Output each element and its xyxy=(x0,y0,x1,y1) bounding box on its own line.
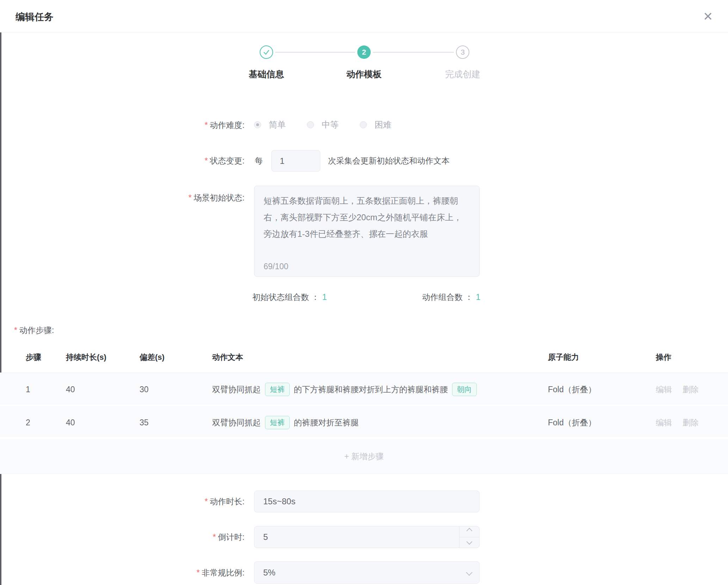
state-change-suffix: 次采集会更新初始状态和动作文本 xyxy=(328,155,450,166)
chevron-up-icon xyxy=(467,528,473,534)
action-text-segment: 双臂协同抓起 xyxy=(212,384,261,395)
add-step-button[interactable]: + 新增步骤 xyxy=(0,439,728,474)
init-state-combo-count: 初始状态组合数 ：1 xyxy=(252,292,327,303)
step-3-indicator: 3 xyxy=(456,45,469,59)
step-3-number: 3 xyxy=(461,48,465,56)
step-1-label: 基础信息 xyxy=(228,68,305,80)
dialog-title: 编辑任务 xyxy=(16,11,54,23)
check-icon xyxy=(263,49,270,56)
difficulty-label: *动作难度: xyxy=(134,120,245,130)
col-header-operation: 操作 xyxy=(656,352,671,363)
delete-link[interactable]: 删除 xyxy=(683,384,699,395)
cell-action-text: 双臂协同抓起 短裤 的裤腰对折至裤腿 xyxy=(212,406,359,439)
edit-task-dialog: 编辑任务 × 2 3 基础信息 动作模板 完成创建 *动作难度: 简单 中等 困… xyxy=(0,0,728,585)
cell-deviation: 30 xyxy=(140,373,149,406)
number-spinner xyxy=(459,526,479,548)
state-change-prefix: 每 xyxy=(255,155,263,166)
object-tag: 短裤 xyxy=(265,383,290,396)
object-tag: 短裤 xyxy=(265,416,290,429)
col-header-deviation: 偏差(s) xyxy=(140,352,165,363)
action-text-segment: 的下方裤腿和裤腰对折到上方的裤腿和裤腰 xyxy=(294,384,448,395)
step-2-label: 动作模板 xyxy=(325,68,403,80)
radio-icon-easy[interactable] xyxy=(254,121,261,128)
step-1-indicator xyxy=(260,45,273,59)
dialog-header: 编辑任务 × xyxy=(0,0,728,32)
radio-icon-hard[interactable] xyxy=(360,121,367,128)
scene-init-text: 短裤五条数据背面朝上，五条数据正面朝上，裤腰朝右，离头部视野下方至少20cm之外… xyxy=(264,192,464,242)
cell-duration: 40 xyxy=(66,406,75,439)
init-combo-label: 初始状态组合数 ： xyxy=(252,292,319,302)
cell-operations: 编辑 删除 xyxy=(656,406,699,439)
radio-label-hard: 困难 xyxy=(375,119,391,130)
cell-action-text: 双臂协同抓起 短裤 的下方裤腿和裤腰对折到上方的裤腿和裤腰 朝向 xyxy=(212,373,477,406)
action-combo-count: 动作组合数 ：1 xyxy=(422,292,480,303)
action-steps-label: *动作步骤: xyxy=(14,325,54,336)
close-icon[interactable]: × xyxy=(703,6,712,26)
radio-label-medium: 中等 xyxy=(322,119,339,130)
required-mark: * xyxy=(14,326,17,335)
steps-table: 1 40 30 双臂协同抓起 短裤 的下方裤腿和裤腰对折到上方的裤腿和裤腰 朝向… xyxy=(0,372,728,474)
step-2-number: 2 xyxy=(362,48,366,56)
required-mark: * xyxy=(205,156,208,165)
unusual-ratio-label: *非常规比例: xyxy=(134,567,245,578)
cell-step: 2 xyxy=(26,406,30,439)
step-3-label: 完成创建 xyxy=(424,68,501,80)
table-row: 1 40 30 双臂协同抓起 短裤 的下方裤腿和裤腰对折到上方的裤腿和裤腰 朝向… xyxy=(0,373,728,406)
countdown-value: 5 xyxy=(263,532,268,542)
radio-option-easy[interactable]: 简单 xyxy=(254,119,286,130)
cell-deviation: 35 xyxy=(140,406,149,439)
required-mark: * xyxy=(189,193,192,202)
col-header-ability: 原子能力 xyxy=(548,352,579,363)
cell-operations: 编辑 删除 xyxy=(656,373,699,406)
char-counter: 69/100 xyxy=(264,262,288,271)
delete-link[interactable]: 删除 xyxy=(683,417,699,428)
required-mark: * xyxy=(205,497,208,506)
step-connector-2 xyxy=(373,52,454,53)
cell-ability: Fold（折叠） xyxy=(548,373,596,406)
required-mark: * xyxy=(213,532,216,542)
radio-label-easy: 简单 xyxy=(269,119,286,130)
select-chevron-down-icon xyxy=(466,569,472,575)
countdown-label: *倒计时: xyxy=(134,532,245,542)
state-change-input[interactable]: 1 xyxy=(271,150,320,172)
state-change-label: *状态变更: xyxy=(134,155,245,166)
radio-option-medium[interactable]: 中等 xyxy=(307,119,339,130)
init-combo-value: 1 xyxy=(322,292,327,302)
action-text-segment: 双臂协同抓起 xyxy=(212,417,261,428)
edit-link[interactable]: 编辑 xyxy=(656,417,672,428)
chevron-down-icon xyxy=(467,538,473,544)
required-mark: * xyxy=(197,568,200,577)
spinner-up-button[interactable] xyxy=(459,526,479,537)
action-duration-input[interactable]: 15s~80s xyxy=(254,491,480,512)
radio-option-hard[interactable]: 困难 xyxy=(360,119,391,130)
col-header-action-text: 动作文本 xyxy=(212,352,243,363)
step-connector-1 xyxy=(275,52,355,53)
cell-duration: 40 xyxy=(66,373,75,406)
edit-link[interactable]: 编辑 xyxy=(656,384,672,395)
screen-left-edge xyxy=(0,3,1,585)
col-header-step: 步骤 xyxy=(26,352,41,363)
action-duration-label: *动作时长: xyxy=(134,496,245,507)
unusual-ratio-value: 5% xyxy=(263,568,276,577)
unusual-ratio-select[interactable]: 5% xyxy=(254,561,480,584)
scene-init-textarea[interactable]: 短裤五条数据背面朝上，五条数据正面朝上，裤腰朝右，离头部视野下方至少20cm之外… xyxy=(254,186,480,277)
orientation-tag: 朝向 xyxy=(452,383,477,396)
cell-ability: Fold（折叠） xyxy=(548,406,596,439)
scene-init-label: *场景初始状态: xyxy=(134,192,245,203)
cell-step: 1 xyxy=(26,373,30,406)
action-combo-label: 动作组合数 ： xyxy=(422,292,473,302)
spinner-down-button[interactable] xyxy=(459,537,479,548)
action-combo-value: 1 xyxy=(476,292,480,302)
countdown-input[interactable]: 5 xyxy=(254,526,480,548)
table-row: 2 40 35 双臂协同抓起 短裤 的裤腰对折至裤腿 Fold（折叠） 编辑 删… xyxy=(0,406,728,439)
action-text-segment: 的裤腰对折至裤腿 xyxy=(294,417,359,428)
radio-icon-medium[interactable] xyxy=(307,121,314,128)
col-header-duration: 持续时长(s) xyxy=(66,352,106,363)
required-mark: * xyxy=(205,121,208,130)
step-2-indicator: 2 xyxy=(357,45,371,59)
